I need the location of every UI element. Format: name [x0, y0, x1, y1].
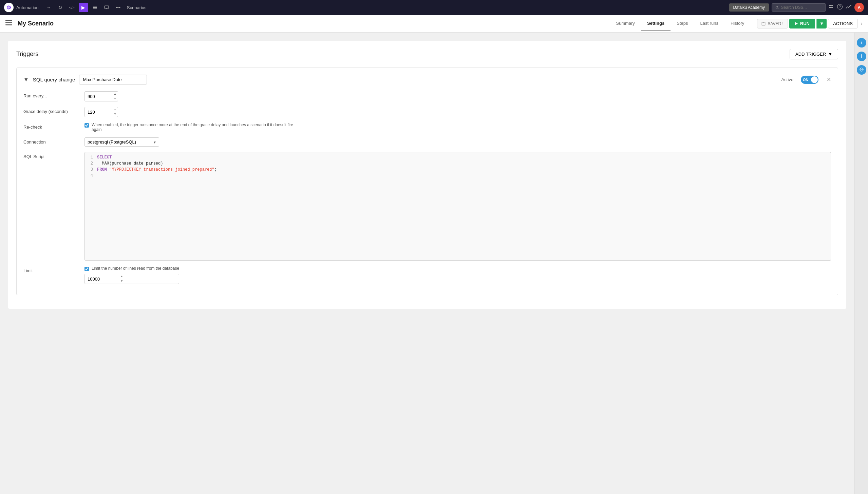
limit-checkbox[interactable]	[84, 267, 89, 271]
run-every-label: Run every...	[23, 91, 84, 98]
search-input[interactable]	[781, 5, 822, 10]
line-num-3: 3	[85, 167, 97, 172]
main-content: Triggers ADD TRIGGER ▼ ▼ SQL query chang…	[0, 33, 868, 494]
trigger-type-label: SQL query change	[33, 77, 75, 82]
connection-select-wrapper: postgresql (PostgreSQL)	[84, 137, 159, 147]
code-icon[interactable]: </>	[67, 3, 77, 12]
right-sidebar: + i	[854, 33, 868, 494]
trigger-name-input[interactable]	[79, 75, 147, 84]
run-every-input[interactable]	[85, 92, 112, 101]
svg-marker-20	[795, 22, 798, 25]
saved-button[interactable]: SAVED !	[757, 19, 788, 28]
svg-rect-19	[762, 22, 765, 23]
limit-input[interactable]	[85, 275, 119, 283]
connection-row: Connection postgresql (PostgreSQL)	[23, 137, 831, 147]
active-label: Active	[781, 77, 793, 82]
tab-summary[interactable]: Summary	[610, 16, 641, 31]
connection-select[interactable]: postgresql (PostgreSQL)	[84, 137, 159, 147]
sql-code-editor[interactable]: 1 SELECT 2 MAX(purchase_date_parsed) 3 F…	[84, 152, 831, 261]
nav-actions: SAVED ! RUN ▼ ACTIONS	[757, 19, 858, 28]
recheck-row: Re-check When enabled, the trigger runs …	[23, 122, 831, 132]
tab-settings[interactable]: Settings	[641, 16, 671, 31]
toggle-knob	[811, 76, 818, 83]
limit-up-arrow[interactable]: ▲	[119, 274, 125, 279]
trend-icon[interactable]	[846, 4, 852, 11]
run-every-spin-arrows: ▲ ▼	[112, 92, 118, 101]
sidebar-chat-icon[interactable]	[857, 65, 866, 75]
saved-label: SAVED !	[768, 21, 783, 26]
limit-spin-arrows: ▲ ▼	[119, 274, 125, 284]
svg-line-8	[778, 8, 778, 8]
grid-icon[interactable]	[829, 4, 834, 11]
limit-down-arrow[interactable]: ▼	[119, 279, 125, 284]
limit-label: Limit	[23, 266, 84, 273]
dataiku-academy-button[interactable]: Dataiku Academy	[729, 3, 769, 12]
svg-rect-17	[5, 24, 12, 25]
run-every-input-wrapper: ▲ ▼	[84, 91, 118, 101]
line-num-1: 1	[85, 155, 97, 160]
svg-rect-5	[105, 6, 109, 8]
grace-delay-spin-arrows: ▲ ▼	[112, 107, 118, 117]
run-every-down-arrow[interactable]: ▼	[112, 96, 118, 101]
help-icon[interactable]: ?	[837, 4, 843, 11]
svg-point-24	[862, 69, 863, 70]
topbar: Automation → ↻ </> ▶ ••• Scenarios Datai…	[0, 0, 868, 15]
arrow-right-icon[interactable]: →	[44, 3, 54, 12]
run-button[interactable]: RUN	[789, 19, 815, 28]
line-num-4: 4	[85, 173, 97, 178]
add-trigger-label: ADD TRIGGER	[795, 52, 826, 57]
run-every-up-arrow[interactable]: ▲	[112, 92, 118, 96]
recheck-label: Re-check	[23, 122, 84, 130]
menu-icon[interactable]	[5, 20, 12, 27]
search-box[interactable]	[772, 3, 826, 12]
triggers-header: Triggers ADD TRIGGER ▼	[16, 49, 838, 59]
trigger-collapse-icon[interactable]: ▼	[23, 77, 29, 83]
trigger-header-row: ▼ SQL query change Active ON ✕	[23, 75, 831, 84]
grace-delay-down-arrow[interactable]: ▼	[112, 112, 118, 117]
line-content-2: MAX(purchase_date_parsed)	[97, 161, 831, 166]
tab-last-runs[interactable]: Last runs	[694, 16, 724, 31]
monitor-icon[interactable]	[102, 3, 111, 12]
svg-rect-9	[829, 5, 831, 6]
collapse-panel-arrow[interactable]: ›	[861, 20, 863, 27]
recheck-checkbox[interactable]	[84, 123, 89, 128]
svg-point-23	[861, 69, 862, 70]
run-dropdown-button[interactable]: ▼	[816, 19, 827, 28]
close-trigger-icon[interactable]: ✕	[827, 76, 831, 83]
tab-steps[interactable]: Steps	[671, 16, 694, 31]
grace-delay-input[interactable]	[85, 108, 112, 116]
add-trigger-chevron-icon: ▼	[828, 52, 832, 57]
triggers-title: Triggers	[16, 51, 38, 58]
actions-button[interactable]: ACTIONS	[828, 19, 858, 28]
svg-rect-2	[93, 6, 97, 6]
code-line-4: 4	[85, 173, 831, 179]
line-content-1: SELECT	[97, 155, 831, 160]
line-content-4	[97, 173, 831, 178]
topbar-right: Dataiku Academy ? A	[729, 3, 864, 12]
active-toggle[interactable]: ON	[801, 76, 818, 84]
toggle-container: ON	[801, 76, 818, 84]
refresh-icon[interactable]: ↻	[56, 3, 65, 12]
limit-checkbox-row: Limit the number of lines read from the …	[84, 266, 179, 271]
limit-content: Limit the number of lines read from the …	[84, 266, 179, 284]
code-editor-body: 1 SELECT 2 MAX(purchase_date_parsed) 3 F…	[85, 152, 831, 254]
svg-rect-3	[93, 7, 97, 8]
more-icon[interactable]: •••	[113, 3, 123, 12]
user-avatar[interactable]: A	[854, 3, 864, 12]
app-logo[interactable]	[4, 3, 14, 12]
svg-text:?: ?	[839, 5, 841, 9]
limit-description: Limit the number of lines read from the …	[92, 266, 179, 271]
run-every-row: Run every... ▲ ▼	[23, 91, 831, 101]
sidebar-info-icon[interactable]: i	[857, 52, 866, 61]
sidebar-plus-icon[interactable]: +	[857, 38, 866, 48]
stack-icon[interactable]	[90, 3, 100, 12]
line-num-2: 2	[85, 161, 97, 166]
run-label: RUN	[800, 21, 810, 26]
trigger-section: ▼ SQL query change Active ON ✕ Run every…	[16, 68, 838, 295]
svg-rect-15	[5, 20, 12, 21]
svg-rect-16	[5, 22, 12, 23]
grace-delay-up-arrow[interactable]: ▲	[112, 107, 118, 112]
add-trigger-button[interactable]: ADD TRIGGER ▼	[790, 49, 838, 59]
tab-history[interactable]: History	[724, 16, 750, 31]
run-icon[interactable]: ▶	[79, 3, 88, 12]
